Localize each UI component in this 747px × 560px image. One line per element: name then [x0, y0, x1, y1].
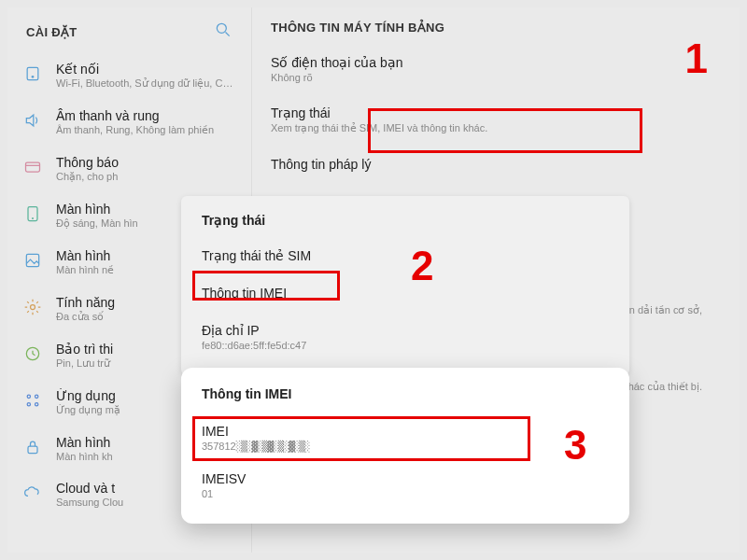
settings-title: CÀI ĐẶT	[26, 25, 77, 39]
svg-rect-15	[28, 446, 37, 454]
advanced-icon	[22, 297, 43, 317]
row-imei[interactable]: IMEI 357812░▒░▓░▒▓░▒░▓░▒░	[181, 414, 629, 462]
svg-point-14	[35, 403, 38, 406]
status-popup-title: Trạng thái	[181, 209, 629, 237]
sidebar-item-sound[interactable]: Âm thanh và rungÂm thanh, Rung, Không là…	[7, 99, 251, 146]
cloud-icon	[22, 483, 43, 503]
wifi-icon	[22, 63, 43, 84]
sound-icon	[22, 110, 43, 131]
svg-point-12	[35, 395, 38, 398]
imei-value: 357812░▒░▓░▒▓░▒░▓░▒░	[202, 441, 609, 453]
svg-point-11	[27, 395, 30, 398]
svg-point-7	[33, 218, 34, 219]
svg-point-13	[27, 403, 30, 406]
partial-text: hác của thiết bị.	[628, 381, 702, 393]
imei-popup: Thông tin IMEI IMEI 357812░▒░▓░▒▓░▒░▓░▒░…	[181, 368, 629, 524]
sidebar-item-label: Âm thanh và rung	[56, 108, 236, 123]
svg-point-9	[31, 305, 35, 310]
row-label: Thông tin IMEI	[202, 286, 287, 301]
sidebar-item-sub: Wi-Fi, Bluetooth, Sử dụng dữ liệu, Ch...	[56, 77, 236, 90]
sidebar-item-notifications[interactable]: Thông báoChặn, cho ph	[7, 146, 251, 192]
sidebar-item-sub: Chặn, cho ph	[56, 171, 236, 183]
partial-text: n dải tần cơ sở,	[629, 304, 702, 316]
row-legal[interactable]: Thông tin pháp lý	[271, 146, 721, 183]
status-popup: Trạng thái Trạng thái thẻ SIM Thông tin …	[181, 196, 629, 375]
display-icon	[22, 203, 43, 224]
svg-point-3	[32, 77, 34, 78]
row-imeisv[interactable]: IMEISV 01	[181, 462, 629, 509]
svg-rect-4	[26, 162, 40, 172]
row-imei-info[interactable]: Thông tin IMEI	[181, 274, 629, 312]
sidebar-item-label: Thông báo	[56, 155, 236, 170]
svg-point-0	[217, 23, 226, 33]
row-label: IMEISV	[202, 471, 609, 486]
row-label: Số điện thoại của bạn	[271, 55, 721, 70]
wallpaper-icon	[22, 250, 43, 271]
sidebar-item-label: Kết nối	[56, 62, 236, 77]
row-label: IMEI	[202, 424, 609, 439]
row-sub: 01	[202, 488, 609, 499]
annotation-number-3: 3	[564, 422, 586, 469]
sidebar-item-sub: Âm thanh, Rung, Không làm phiền	[56, 124, 236, 136]
about-tablet-title: THÔNG TIN MÁY TÍNH BẢNG	[252, 7, 740, 44]
row-sub: Không rõ	[271, 72, 721, 83]
apps-icon	[22, 390, 43, 411]
svg-rect-8	[26, 254, 38, 266]
notif-icon	[22, 157, 43, 177]
svg-line-1	[226, 33, 230, 36]
row-phone-number[interactable]: Số điện thoại của bạn Không rõ	[271, 44, 721, 94]
battery-icon	[22, 343, 43, 364]
row-sim-status[interactable]: Trạng thái thẻ SIM	[181, 237, 629, 274]
lock-icon	[22, 437, 43, 457]
row-sub: Xem trạng thái thẻ SIM, IMEI và thông ti…	[271, 122, 721, 134]
search-icon[interactable]	[214, 21, 233, 43]
row-label: Trạng thái	[271, 105, 721, 120]
row-label: Trạng thái thẻ SIM	[202, 248, 311, 263]
row-ip-address[interactable]: Địa chỉ IP fe80::d6ae:5ff:fe5d:c47	[181, 312, 629, 362]
sidebar-item-connections[interactable]: Kết nốiWi-Fi, Bluetooth, Sử dụng dữ liệu…	[7, 52, 251, 99]
annotation-number-2: 2	[411, 243, 433, 289]
row-label: Thông tin pháp lý	[271, 157, 721, 172]
row-label: Địa chỉ IP	[202, 323, 609, 338]
obscured-icon: ░▒░▓░▒▓░▒░▓░▒░	[236, 441, 310, 453]
annotation-number-1: 1	[685, 35, 708, 82]
row-status[interactable]: Trạng thái Xem trạng thái thẻ SIM, IMEI …	[271, 94, 721, 146]
row-sub: fe80::d6ae:5ff:fe5d:c47	[202, 340, 609, 351]
imei-popup-title: Thông tin IMEI	[181, 383, 629, 414]
